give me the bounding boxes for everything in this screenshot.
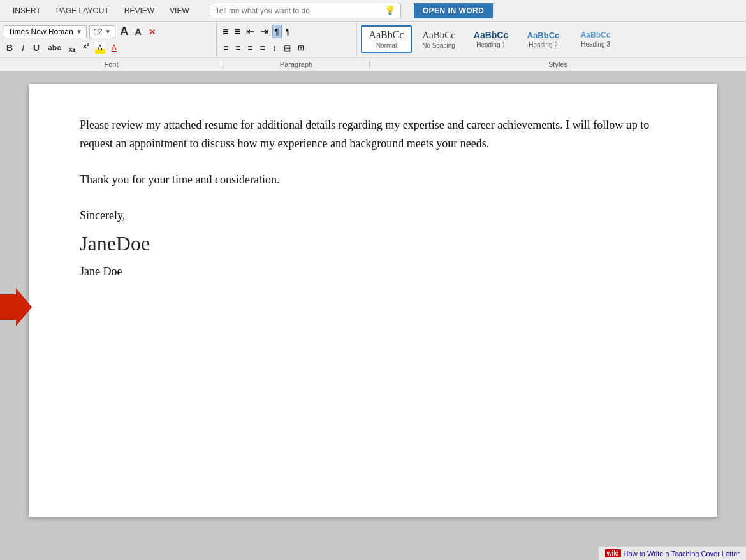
- increase-font-size-button[interactable]: A: [118, 24, 130, 39]
- section-labels: Font Paragraph Styles: [0, 57, 746, 71]
- italic-button[interactable]: I: [19, 41, 27, 54]
- menu-view[interactable]: VIEW: [162, 4, 197, 18]
- open-in-word-button[interactable]: OPEN IN WORD: [414, 3, 494, 18]
- style-heading3-label: Heading 3: [581, 41, 610, 48]
- document-content: Please review my attached resume for add…: [80, 116, 666, 281]
- menu-insert[interactable]: INSERT: [5, 4, 48, 18]
- paragraph-thankyou: Thank you for your time and consideratio…: [80, 171, 666, 189]
- style-heading2-label: Heading 2: [529, 41, 558, 48]
- bullets-button[interactable]: ≡: [221, 25, 230, 39]
- align-right-button[interactable]: ≡: [245, 41, 255, 54]
- underline-button[interactable]: U: [31, 41, 42, 54]
- red-arrow-annotation: [0, 288, 32, 329]
- style-normal-preview: AaBbCc: [369, 29, 404, 41]
- style-normal-label: Normal: [376, 42, 397, 49]
- strikethrough-button[interactable]: abc: [46, 42, 63, 54]
- signature-block: Sincerely, JaneDoe Jane Doe: [80, 206, 666, 281]
- font-size-label: 12: [94, 27, 102, 36]
- justify-button[interactable]: ≡: [258, 41, 268, 54]
- style-heading3[interactable]: AaBbCc Heading 3: [570, 28, 621, 50]
- borders-button[interactable]: ⊞: [295, 42, 307, 54]
- paragraph-thankyou-text: Thank you for your time and consideratio…: [80, 173, 279, 186]
- line-spacing-button[interactable]: ↕: [270, 41, 279, 54]
- para-section-label: Paragraph: [223, 59, 370, 69]
- sort-button[interactable]: ¶: [272, 25, 282, 38]
- numbered-list-button[interactable]: ≡: [232, 25, 242, 39]
- font-name-dropdown[interactable]: Times New Roman ▼: [4, 25, 87, 38]
- wiki-footer-text[interactable]: How to Write a Teaching Cover Letter: [624, 550, 740, 557]
- style-heading1-preview: AaBbCc: [474, 30, 508, 40]
- signature-cursive: JaneDoe: [80, 227, 666, 260]
- paragraph-resume: Please review my attached resume for add…: [80, 116, 666, 153]
- highlight-button[interactable]: A: [95, 42, 105, 54]
- style-nospacing-preview: AaBbCc: [422, 30, 455, 41]
- font-size-dropdown[interactable]: 12 ▼: [89, 25, 115, 38]
- size-dropdown-arrow: ▼: [105, 28, 111, 35]
- bold-button[interactable]: B: [4, 41, 15, 54]
- search-box[interactable]: 💡: [210, 3, 401, 18]
- style-heading1[interactable]: AaBbCc Heading 1: [465, 27, 516, 51]
- styles-section: AaBbCc Normal AaBbCc No Spacing AaBbCc H…: [357, 22, 746, 57]
- closing-text: Sincerely,: [80, 206, 666, 225]
- clear-format-button[interactable]: ✕: [146, 25, 159, 38]
- align-center-button[interactable]: ≡: [233, 41, 243, 54]
- font-section-label: Font: [0, 59, 223, 69]
- menu-review[interactable]: REVIEW: [117, 4, 162, 18]
- subscript-button[interactable]: x₂: [67, 44, 77, 55]
- styles-section-label: Styles: [370, 59, 746, 69]
- menu-bar: INSERT PAGE LAYOUT REVIEW VIEW 💡 OPEN IN…: [0, 0, 746, 22]
- show-formatting-button[interactable]: ¶: [284, 25, 292, 38]
- style-heading1-label: Heading 1: [476, 41, 506, 48]
- wiki-logo: wiki: [605, 549, 621, 557]
- style-normal[interactable]: AaBbCc Normal: [361, 25, 412, 53]
- style-nospacing-label: No Spacing: [422, 42, 455, 49]
- style-heading2[interactable]: AaBbCc Heading 2: [518, 28, 569, 51]
- decrease-font-size-button[interactable]: A: [133, 25, 143, 38]
- search-input[interactable]: [216, 6, 382, 15]
- document-area: Please review my attached resume for add…: [0, 71, 746, 529]
- toolbar: INSERT PAGE LAYOUT REVIEW VIEW 💡 OPEN IN…: [0, 0, 746, 71]
- style-heading3-preview: AaBbCc: [581, 31, 611, 39]
- signature-name: Jane Doe: [80, 262, 666, 281]
- style-nospacing[interactable]: AaBbCc No Spacing: [413, 27, 464, 52]
- font-name-label: Times New Roman: [8, 27, 73, 36]
- document-page: Please review my attached resume for add…: [29, 84, 717, 517]
- increase-indent-button[interactable]: ⇥: [258, 24, 270, 39]
- svg-marker-0: [0, 288, 32, 326]
- menu-page-layout[interactable]: PAGE LAYOUT: [48, 4, 117, 18]
- font-color-button[interactable]: A: [109, 42, 119, 54]
- lightbulb-icon: 💡: [384, 5, 395, 16]
- superscript-button[interactable]: x²: [81, 41, 91, 51]
- font-dropdown-arrow: ▼: [76, 28, 82, 35]
- wiki-footer: wiki How to Write a Teaching Cover Lette…: [599, 546, 746, 560]
- shading-button[interactable]: ▤: [281, 42, 293, 54]
- style-heading2-preview: AaBbCc: [527, 31, 560, 40]
- align-left-button[interactable]: ≡: [221, 41, 231, 54]
- paragraph-resume-text: Please review my attached resume for add…: [80, 118, 649, 150]
- decrease-indent-button[interactable]: ⇤: [244, 24, 256, 39]
